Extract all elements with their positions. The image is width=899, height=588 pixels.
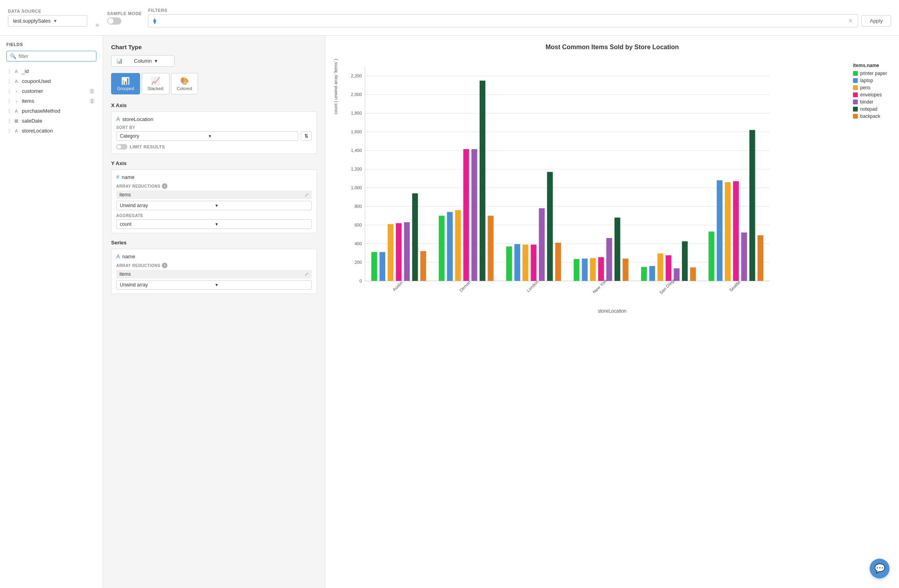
legend-item: envelopes [853, 92, 887, 98]
series-unwind-value: Unwind array [120, 282, 213, 288]
legend-item: notepad [853, 106, 887, 112]
filter-input-container[interactable]: ⧫ ✕ [148, 14, 858, 27]
variant-btn-grouped[interactable]: 📊Grouped [111, 73, 140, 94]
text-type-icon: A [116, 116, 120, 122]
variant-label: Colored [177, 86, 192, 91]
top-bar: Data Source test.supplySales ▾ » Sample … [0, 0, 899, 36]
y-axis-card: # name ARRAY REDUCTIONS i items ⤢ Unwind… [111, 169, 317, 233]
line-icon: ║ [8, 79, 11, 83]
chart-type-title: Chart Type [111, 44, 317, 50]
series-title: Series [111, 240, 317, 246]
chart-title: Most Common Items Sold by Store Location [333, 44, 891, 51]
datasource-dropdown[interactable]: test.supplySales ▾ [8, 15, 87, 27]
limit-toggle[interactable] [116, 144, 127, 150]
x-axis-title: X Axis [111, 102, 317, 108]
line-icon: ║ [8, 109, 11, 113]
legend-item: backpack [853, 113, 887, 119]
field-item-couponUsed[interactable]: ║ A couponUsed [6, 76, 96, 86]
legend-item: pens [853, 85, 887, 90]
chat-button[interactable]: 💬 [870, 559, 889, 578]
chart-type-selector: 📊 Column ▾ [111, 55, 317, 67]
text-type-icon: A [116, 253, 120, 259]
x-axis-field: A storeLocation [116, 116, 312, 122]
chart-type-dropdown[interactable]: 📊 Column ▾ [111, 55, 175, 67]
legend-color-swatch [853, 100, 858, 104]
sort-by-dropdown[interactable]: Category ▾ [116, 131, 298, 141]
field-badge: [] [89, 98, 95, 104]
line-icon: ║ [8, 89, 11, 93]
fields-search-input[interactable] [19, 53, 93, 59]
bar-chart-canvas [341, 59, 778, 305]
clear-icon[interactable]: ✕ [848, 17, 853, 25]
chart-type-bar-icon: 📊 [116, 58, 131, 64]
sort-by-label: SORT BY [116, 125, 312, 130]
main-layout: FIELDS 🔍 ║ A _id ║ A couponUsed ║ › cust… [0, 36, 899, 588]
toggle-knob [117, 145, 121, 149]
legend-label: pens [860, 85, 870, 90]
variant-btn-stacked[interactable]: 📈Stacked [142, 73, 169, 94]
line-icon: ║ [8, 129, 11, 133]
x-axis-card: A storeLocation SORT BY Category ▾ ⇅ LIM… [111, 111, 317, 154]
y-array-item-name: items [119, 192, 131, 198]
legend-label: binder [860, 99, 873, 105]
field-item-purchaseMethod[interactable]: ║ A purchaseMethod [6, 106, 96, 116]
sample-mode-toggle-container [107, 17, 142, 25]
y-axis-label: count ( unwind array 'items' ) [333, 59, 338, 114]
line-icon: ║ [8, 99, 11, 103]
chart-inner: items.nameprinter paperlaptoppensenvelop… [341, 59, 891, 306]
field-name: _id [22, 68, 95, 74]
x-axis-field-name: storeLocation [122, 116, 153, 122]
field-item-saleDate[interactable]: ║ ▦ saleDate [6, 116, 96, 126]
series-field-name: name [122, 254, 135, 259]
field-item-items[interactable]: ║ › items [] [6, 96, 96, 106]
chart-type-value: Column [134, 58, 152, 64]
filters-section: Filters ⧫ ✕ Apply [148, 8, 891, 27]
variant-btn-colored[interactable]: 🎨Colored [171, 73, 198, 94]
variant-icon: 📈 [151, 77, 160, 85]
sort-by-value: Category [120, 133, 206, 139]
chart-area: Most Common Items Sold by Store Location… [325, 36, 899, 588]
filter-input[interactable] [159, 18, 845, 24]
apply-button[interactable]: Apply [861, 15, 891, 27]
legend-color-swatch [853, 114, 858, 119]
sort-order-button[interactable]: ⇅ [301, 131, 312, 141]
series-array-reductions-label: ARRAY REDUCTIONS i [116, 263, 312, 268]
sort-row: Category ▾ ⇅ [116, 131, 312, 141]
datasource-label: Data Source [8, 9, 87, 13]
middle-panel: Chart Type 📊 Column ▾ 📊Grouped📈Stacked🎨C… [103, 36, 325, 588]
series-field: A name [116, 253, 312, 259]
field-name: customer [22, 88, 86, 94]
expand-arrow-icon: › [13, 99, 19, 104]
line-icon: ║ [8, 119, 11, 123]
chevron-down-icon: ▾ [155, 58, 169, 64]
limit-label: LIMIT RESULTS [130, 144, 165, 149]
y-axis-field-name: name [122, 174, 135, 180]
legend-label: envelopes [860, 92, 882, 98]
field-item-storeLocation[interactable]: ║ A storeLocation [6, 126, 96, 136]
y-unwind-value: Unwind array [120, 203, 213, 208]
expand-icon[interactable]: ⤢ [305, 271, 309, 277]
field-badge: {} [89, 88, 95, 94]
chevron-down-icon: ▾ [215, 282, 309, 288]
field-name: saleDate [22, 118, 95, 124]
legend-color-swatch [853, 78, 858, 83]
aggregate-dropdown[interactable]: count ▾ [116, 219, 312, 229]
variant-label: Grouped [117, 86, 134, 91]
legend-color-swatch [853, 85, 858, 90]
fields-search[interactable]: 🔍 [6, 51, 96, 61]
expand-icon[interactable]: ⤢ [305, 192, 309, 198]
y-array-reductions-label: ARRAY REDUCTIONS i [116, 183, 312, 189]
series-unwind-dropdown[interactable]: Unwind array ▾ [116, 280, 312, 290]
field-name: items [22, 98, 87, 104]
text-type-icon: A [13, 109, 19, 113]
sample-mode-toggle[interactable] [107, 17, 121, 25]
y-unwind-dropdown[interactable]: Unwind array ▾ [116, 201, 312, 210]
field-item-_id[interactable]: ║ A _id [6, 66, 96, 76]
chevron-down-icon: ▾ [54, 18, 82, 24]
legend-label: printer paper [860, 71, 887, 76]
legend-item: laptop [853, 78, 887, 83]
aggregate-value: count [120, 221, 213, 227]
field-item-customer[interactable]: ║ › customer {} [6, 86, 96, 96]
x-axis-label: storeLocation [333, 308, 891, 314]
y-axis-section: Y Axis # name ARRAY REDUCTIONS i items ⤢… [111, 160, 317, 233]
